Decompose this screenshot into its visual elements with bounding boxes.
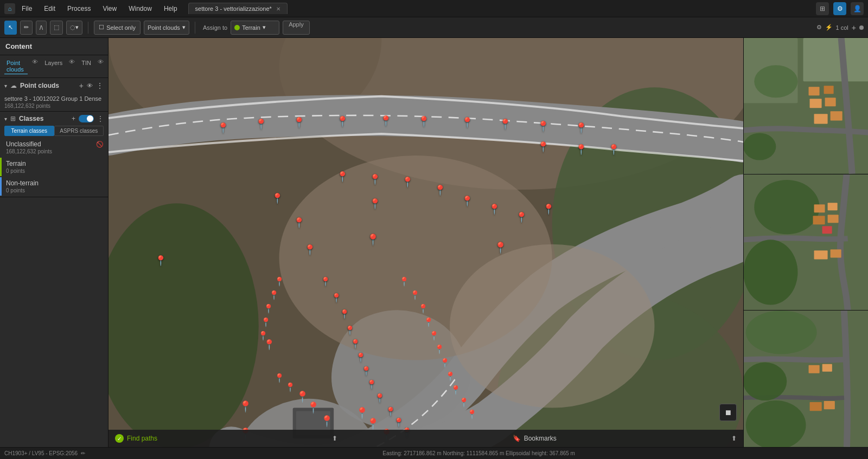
sidebar-tab-point-clouds[interactable]: Point clouds [4,59,28,74]
add-col-icon[interactable]: + [852,23,856,32]
tab-label: settore 3 - vettorializzazione* [195,5,272,12]
svg-rect-18 [831,111,843,120]
class-tabs: Terrain classes ASPRS classes [4,126,104,136]
svg-rect-14 [824,86,834,94]
point-cloud-points: 168,122,632 points [4,103,104,109]
pencil-tool-button[interactable]: ✏ [20,21,33,35]
grid-icon-btn[interactable]: ⊞ [816,2,829,15]
stop-icon: ⏹ [724,408,732,417]
apply-button[interactable]: Apply [283,21,310,35]
select-only-button[interactable]: ☐ Select only [94,21,141,35]
mini-map-2 [744,174,868,311]
svg-rect-17 [814,114,828,124]
classes-more-icon[interactable]: ⋮ [97,115,104,122]
title-icons: ⊞ ⚙ 👤 [816,2,864,15]
toolbar-right: ⚙ ⚡ 1 col + [816,23,864,32]
collapse-right-icon[interactable]: ⬆ [731,435,737,442]
sidebar-header: Content [0,38,108,55]
unclassified-visibility-icon[interactable]: 🚫 [96,141,104,148]
menu-help[interactable]: Help [162,4,180,14]
svg-point-32 [746,311,817,354]
col-label: 1 col [836,24,848,31]
svg-rect-24 [814,204,825,212]
title-bar: ⌂ File Edit Process View Window Help set… [0,0,868,17]
menu-bar: File Edit Process View Window Help [20,4,180,14]
svg-rect-26 [813,216,825,224]
lasso-icon: ◌▾ [70,24,79,31]
point-clouds-section-header[interactable]: ▾ ☁ Point clouds + 👁 ⋮ [0,78,108,93]
mini-map-panel-3[interactable] [744,311,868,447]
edit-crs-icon[interactable]: ✏ [81,450,85,456]
toolbar-separator-2 [195,22,195,34]
non-terrain-points: 0 points [6,188,104,193]
tab-close-button[interactable]: ✕ [276,6,280,12]
filter-icon[interactable]: ⚙ [816,24,822,31]
bookmarks-label: Bookmarks [524,435,557,442]
eye-point-clouds-icon[interactable]: 👁 [32,59,38,74]
point-clouds-dropdown[interactable]: Point clouds ▾ [144,21,189,35]
classes-toggle-icon: ▾ [4,116,7,122]
collapse-left-icon[interactable]: ⬆ [332,435,337,442]
map-container[interactable]: 📍 📍 📍 📍 📍 📍 📍 📍 📍 📍 📍 📍 📍 📍 📍 📍 📍 [108,38,743,447]
terrain-name: Terrain [6,160,26,167]
svg-rect-28 [814,250,828,259]
user-icon-btn[interactable]: 👤 [851,2,864,15]
mini-map-panel-1[interactable] [744,38,868,174]
asprs-classes-tab[interactable]: ASPRS classes [54,126,104,136]
svg-point-19 [754,65,797,98]
non-terrain-name: Non-terrain [6,179,39,187]
mini-map-panel-2[interactable] [744,174,868,311]
menu-file[interactable]: File [20,4,34,14]
layers-filter-icon[interactable]: ⚡ [825,24,833,31]
svg-point-20 [744,133,776,160]
svg-rect-25 [828,203,838,210]
add-point-cloud-icon[interactable]: + [79,81,84,90]
menu-window[interactable]: Window [126,4,154,14]
eye-tin-icon[interactable]: 👁 [98,59,104,74]
svg-rect-38 [824,401,835,409]
point-clouds-content: settore 3 - 10012022 Group 1 Dense 168,1… [0,93,108,111]
stop-recording-button[interactable]: ⏹ [719,404,737,421]
find-paths-button[interactable]: ✓ Find paths [115,434,157,443]
svg-rect-35 [809,365,820,373]
settings-icon-btn[interactable]: ⚙ [833,2,846,15]
pencil-icon: ✏ [24,24,29,31]
menu-process[interactable]: Process [65,4,93,14]
bottom-bar: CH1903+ / LV95 - EPSG:2056 ✏ Easting: 27… [0,447,868,459]
tab-main[interactable]: settore 3 - vettorializzazione* ✕ [188,3,288,14]
add-class-icon[interactable]: + [72,115,75,122]
classes-toggle-switch[interactable] [79,115,94,122]
section-actions: + 👁 ⋮ [79,81,104,90]
terrain-classes-tab[interactable]: Terrain classes [4,126,54,136]
right-panel [743,38,868,447]
class-item-non-terrain: Non-terrain 0 points [0,177,108,196]
dot-icon [859,25,864,30]
svg-rect-27 [828,215,839,223]
assign-to-dropdown[interactable]: Terrain ▾ [231,21,279,35]
aerial-view: 📍 📍 📍 📍 📍 📍 📍 📍 📍 📍 📍 📍 📍 📍 📍 📍 📍 [108,38,743,447]
sidebar-tab-layers[interactable]: Layers [42,59,65,74]
polyline-tool-button[interactable]: /\ [36,21,47,35]
svg-rect-36 [822,364,832,372]
check-circle-icon: ✓ [115,434,124,443]
measure-tool-button[interactable]: ⬚ [50,21,63,35]
svg-rect-37 [810,402,822,411]
main-layout: Content Point clouds 👁 Layers 👁 TIN 👁 ▾ … [0,38,868,447]
menu-edit[interactable]: Edit [42,4,58,14]
sidebar-tab-tin[interactable]: TIN [79,59,93,74]
mini-map-3 [744,311,868,447]
point-cloud-more-icon[interactable]: ⋮ [96,81,104,90]
eye-point-cloud-toggle[interactable]: 👁 [87,82,93,89]
point-clouds-section: ▾ ☁ Point clouds + 👁 ⋮ settore 3 - 10012… [0,78,108,112]
eye-layers-icon[interactable]: 👁 [69,59,75,74]
svg-rect-29 [831,249,841,257]
section-toggle-icon: ▾ [4,83,7,89]
select-tool-button[interactable]: ↖ [4,21,17,35]
class-item-unclassified-row: Unclassified 🚫 [6,140,104,148]
menu-view[interactable]: View [100,4,119,14]
assign-value-label: Terrain [242,24,260,31]
select-only-label: Select only [106,24,136,31]
bookmarks-button[interactable]: 🔖 Bookmarks [513,435,557,442]
lasso-tool-button[interactable]: ◌▾ [66,21,82,35]
classes-actions: + ⋮ [72,115,104,122]
